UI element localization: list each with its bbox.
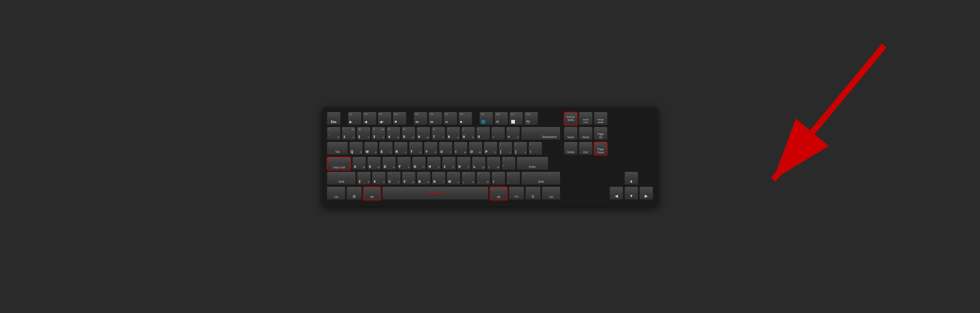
key-alt-left[interactable]: Alt (363, 187, 381, 200)
key-y[interactable]: Н Y (424, 142, 438, 156)
key-page-down[interactable]: PageDown (594, 142, 608, 156)
key-quote[interactable]: " , ' (502, 157, 515, 170)
key-i[interactable]: Ш I (454, 142, 468, 156)
key-f4[interactable]: F4 ✖ (393, 112, 406, 126)
key-q[interactable]: Й Q (349, 142, 363, 156)
key-f11[interactable]: F11 ⬜ (509, 112, 523, 126)
key-caps-lock[interactable]: Caps Lock (327, 157, 351, 170)
key-f3[interactable]: F3 ◀+ (378, 112, 391, 126)
key-period[interactable]: > Ю . (477, 172, 490, 185)
key-r[interactable]: К R (394, 142, 408, 156)
key-arrow-up[interactable]: ▲ (625, 172, 638, 185)
key-arrow-left[interactable]: ◀ (609, 187, 623, 200)
nav-spacer (564, 157, 608, 172)
key-f12[interactable]: F12 📷 (524, 112, 538, 126)
key-comma2[interactable]: , . (506, 172, 520, 185)
key-insert[interactable]: Insert (564, 127, 578, 140)
key-menu[interactable]: ☰ (525, 187, 541, 200)
key-z[interactable]: Я Z (357, 172, 371, 185)
key-semicolon[interactable]: : Ж ; (487, 157, 501, 170)
key-d[interactable]: В D (382, 157, 396, 170)
key-f10[interactable]: F10 ✉ (495, 112, 508, 126)
key-print-screen[interactable]: Print ScrSysRq (564, 112, 578, 126)
key-u[interactable]: Г U (439, 142, 452, 156)
key-f6[interactable]: F6 ⏭ (429, 112, 442, 126)
key-end[interactable]: End (579, 142, 592, 156)
nav-mid-row: Insert Home PageUp (564, 127, 608, 140)
key-home[interactable]: Home (579, 127, 592, 140)
key-win[interactable]: ⊞ (347, 187, 362, 200)
key-equal[interactable]: + Ž = (506, 127, 520, 140)
key-b[interactable]: И B (417, 172, 431, 185)
key-f2[interactable]: F2 ◀ (363, 112, 377, 126)
key-a[interactable]: Ф A (352, 157, 366, 170)
key-rbracket[interactable]: } Ъ ] (514, 142, 527, 156)
key-9[interactable]: ( Ū 9 (461, 127, 475, 140)
print-scr-arrow (773, 46, 884, 180)
key-1[interactable]: ! № А 1 (342, 127, 355, 140)
key-h[interactable]: Р H (427, 157, 441, 170)
number-key-row: ~ Ё ` ! № А 1 @ " Ч 2 # № С 3 (327, 127, 560, 140)
key-arrow-right[interactable]: ▶ (640, 187, 653, 200)
key-k[interactable]: Л K (457, 157, 471, 170)
key-e[interactable]: У E (379, 142, 393, 156)
key-x[interactable]: Ч X (372, 172, 386, 185)
key-g[interactable]: П G (412, 157, 426, 170)
key-arrow-down[interactable]: ▼ (625, 187, 638, 200)
key-alt-right[interactable]: Alt (490, 187, 508, 200)
key-8[interactable]: * Ц 8 (447, 127, 460, 140)
key-f7[interactable]: F7 ⏯ (444, 112, 457, 126)
key-enter[interactable]: Enter (517, 157, 548, 170)
key-3[interactable]: # № С 3 (372, 127, 385, 140)
fn-key-row: Esc F1 ▶ F2 ◀ F3 ◀+ F4 ✖ F5 ⏮ (327, 112, 560, 126)
key-backspace[interactable]: Backspace (521, 127, 560, 140)
key-pause-break[interactable]: PauseBreak (594, 112, 608, 126)
key-shift-left[interactable]: Shift (327, 172, 356, 185)
key-f8[interactable]: F8 ■ (458, 112, 472, 126)
key-f9[interactable]: F9 🌐 (479, 112, 493, 126)
right-cluster: Print ScrSysRq ScrollLock PauseBreak Ins… (564, 112, 653, 200)
key-0[interactable]: ) 0 (476, 127, 490, 140)
arrow-section: ▲ ◀ ▼ ▶ (609, 112, 653, 200)
key-delete[interactable]: Delete (564, 142, 578, 156)
key-f1[interactable]: F1 ▶ (348, 112, 361, 126)
key-m[interactable]: Ь M (447, 172, 460, 185)
arrow-main-row: ◀ ▼ ▶ (609, 187, 653, 200)
key-w[interactable]: Ц W (364, 142, 378, 156)
key-c[interactable]: С C (387, 172, 401, 185)
key-v[interactable]: М V (402, 172, 415, 185)
key-esc[interactable]: Esc (327, 112, 340, 126)
key-shift-right[interactable]: Shift (522, 172, 560, 185)
key-6[interactable]: ^ Ш 6 (417, 127, 430, 140)
key-f5[interactable]: F5 ⏮ (414, 112, 427, 126)
key-lbracket[interactable]: { Х [ (499, 142, 512, 156)
keyboard-wrapper: Esc F1 ▶ F2 ◀ F3 ◀+ F4 ✖ F5 ⏮ (322, 107, 658, 206)
key-page-up[interactable]: PageUp (594, 127, 608, 140)
key-t[interactable]: Е T (409, 142, 423, 156)
nav-top-row: Print ScrSysRq ScrollLock PauseBreak (564, 112, 608, 126)
key-fn[interactable]: Fn (509, 187, 524, 200)
key-s[interactable]: Ы S (367, 157, 381, 170)
key-comma[interactable]: < Б , (462, 172, 475, 185)
qwerty-key-row: Tab Й Q Ц W У E К R Е T Н (327, 142, 560, 156)
zxcv-key-row: Shift Я Z Ч X С C М V И B Т (327, 172, 560, 185)
key-tab[interactable]: Tab (327, 142, 348, 156)
key-p[interactable]: З P (484, 142, 497, 156)
key-2[interactable]: @ " Ч 2 (357, 127, 371, 140)
key-ctrl-left[interactable]: Ctrl (327, 187, 345, 200)
key-f[interactable]: А F (397, 157, 411, 170)
key-n[interactable]: Т N (432, 172, 445, 185)
key-j[interactable]: О J (442, 157, 456, 170)
key-backslash[interactable]: | \ (528, 142, 542, 156)
key-ctrl-right[interactable]: Ctrl (542, 187, 560, 200)
key-7[interactable]: & У 7 (431, 127, 445, 140)
key-4[interactable]: $ ; Е 4 (387, 127, 400, 140)
key-space[interactable]: ← same → (382, 187, 488, 200)
key-scroll-lock[interactable]: ScrollLock (579, 112, 592, 126)
key-o[interactable]: Щ O (469, 142, 482, 156)
key-backtick[interactable]: ~ Ё ` (327, 127, 340, 140)
key-l[interactable]: Д L (472, 157, 485, 170)
key-minus[interactable]: _ - (491, 127, 505, 140)
key-5[interactable]: % И 5 (402, 127, 415, 140)
key-slash[interactable]: ? . / (492, 172, 505, 185)
